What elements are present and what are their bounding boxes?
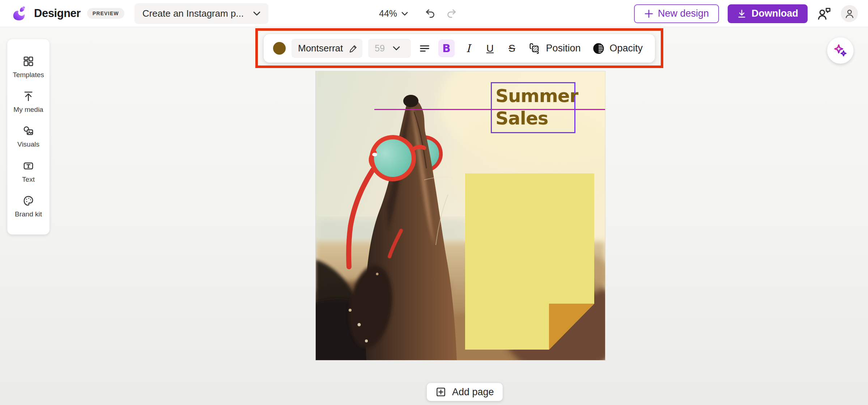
zoom-control[interactable]: 44%: [379, 8, 408, 19]
design-canvas-page[interactable]: Summer Sales: [316, 71, 605, 360]
sidebar-item-templates[interactable]: Templates: [7, 55, 50, 79]
undo-icon[interactable]: [424, 8, 436, 20]
font-family-value: Montserrat: [298, 43, 343, 54]
position-layers-icon: [528, 42, 541, 55]
align-left-icon: [418, 42, 431, 55]
italic-button[interactable]: I: [460, 39, 476, 57]
copilot-sparkle-button[interactable]: [827, 37, 854, 64]
canvas-heading-line2: Sales: [495, 108, 548, 129]
zoom-level: 44%: [379, 8, 397, 19]
templates-grid-icon: [22, 55, 34, 67]
designer-logo-icon[interactable]: [11, 5, 27, 22]
text-color-swatch[interactable]: [273, 42, 286, 55]
preview-badge: PREVIEW: [87, 8, 124, 19]
canvas-heading-text: Summer Sales: [495, 85, 605, 130]
font-size-picker[interactable]: 59: [368, 39, 411, 58]
download-icon: [737, 9, 746, 18]
text-format-toolbar: Montserrat 59 B I U S: [264, 34, 655, 63]
upload-icon: [22, 90, 34, 102]
chevron-down-icon: [401, 12, 408, 16]
sidebar-item-visuals[interactable]: Visuals: [7, 125, 50, 148]
chevron-down-icon: [393, 46, 400, 51]
add-page-button[interactable]: Add page: [427, 383, 503, 401]
account-avatar[interactable]: [841, 5, 858, 22]
designer-app: Designer PREVIEW Create an Instagram p..…: [0, 0, 868, 405]
sticky-note-shape[interactable]: [465, 173, 594, 350]
redo-icon[interactable]: [446, 8, 458, 20]
app-title: Designer: [34, 7, 81, 20]
bold-button[interactable]: B: [438, 39, 454, 57]
font-size-value: 59: [375, 43, 387, 54]
chevron-down-icon: [253, 11, 260, 16]
image-icon: [22, 125, 34, 137]
opacity-icon: [592, 42, 605, 55]
text-box-icon: [22, 160, 34, 172]
sidebar-item-text[interactable]: Text: [7, 160, 50, 183]
document-title: Create an Instagram p...: [142, 8, 244, 19]
plus-icon: [644, 9, 654, 18]
document-title-dropdown[interactable]: Create an Instagram p...: [135, 3, 268, 24]
person-icon: [844, 8, 855, 19]
sparkles-icon: [833, 43, 848, 58]
strikethrough-button[interactable]: S: [504, 39, 520, 57]
font-family-picker[interactable]: Montserrat: [292, 39, 362, 58]
top-bar: Designer PREVIEW Create an Instagram p..…: [0, 0, 868, 27]
selected-text-box[interactable]: Summer Sales: [491, 82, 575, 133]
position-button[interactable]: Position: [526, 42, 583, 55]
download-button[interactable]: Download: [728, 4, 808, 23]
new-design-button[interactable]: New design: [634, 4, 719, 23]
left-sidebar: Templates My media Visuals: [7, 39, 50, 235]
text-align-button[interactable]: [417, 39, 433, 57]
opacity-button[interactable]: Opacity: [589, 42, 646, 55]
sidebar-item-brand-kit[interactable]: Brand kit: [7, 195, 50, 218]
pencil-icon: [349, 44, 358, 53]
palette-icon: [22, 195, 34, 207]
feedback-icon[interactable]: [816, 6, 832, 22]
boxed-plus-icon: [435, 387, 446, 397]
canvas-heading-line1: Summer: [495, 85, 578, 106]
underline-button[interactable]: U: [482, 39, 498, 57]
sidebar-item-my-media[interactable]: My media: [7, 90, 50, 114]
